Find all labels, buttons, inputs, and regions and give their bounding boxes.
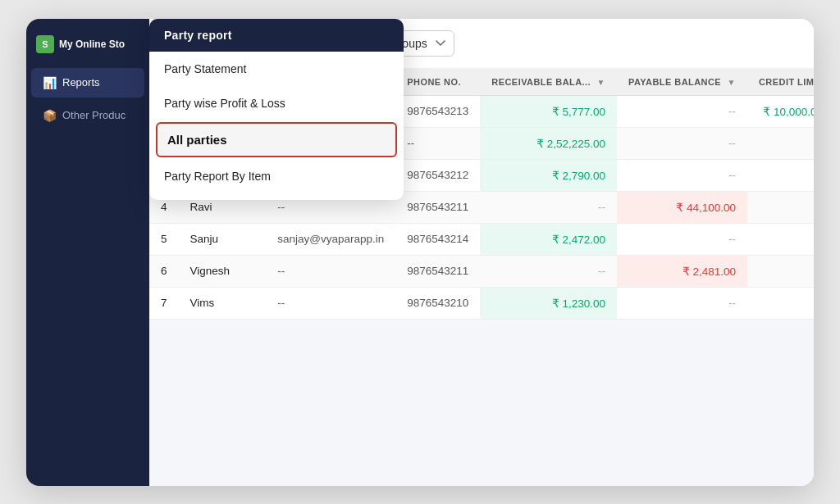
cell-receivable: -- (480, 191, 617, 223)
cell-name: Sanju (179, 223, 267, 255)
cell-email: -- (266, 255, 395, 287)
cell-credit: -- (747, 255, 814, 287)
dropdown-menu-party-statement[interactable]: Party Statement (149, 52, 404, 86)
cell-payable: -- (617, 223, 747, 255)
cell-receivable: -- (480, 255, 617, 287)
cell-credit: -- (747, 159, 814, 191)
cell-receivable: ₹ 2,790.00 (480, 159, 617, 191)
cell-credit: -- (747, 223, 814, 255)
sidebar-item-reports-label: Reports (62, 76, 100, 89)
cell-receivable: ₹ 5,777.00 (480, 95, 617, 127)
receivable-filter-icon: ▼ (597, 78, 605, 87)
cell-credit: -- (747, 287, 814, 319)
main-content: Date Filter All parties Arjun Cash Sale … (149, 19, 814, 486)
cell-phone: 9876543213 (395, 95, 480, 127)
cell-num: 5 (149, 223, 179, 255)
cell-credit: -- (747, 127, 814, 159)
sidebar-logo-text: My Online Sto (59, 39, 125, 50)
table-row[interactable]: 5 Sanju sanjay@vyaparapp.in 9876543214 ₹… (149, 223, 814, 255)
table-row[interactable]: 6 Vignesh -- 9876543211 -- ₹ 2,481.00 -- (149, 255, 814, 287)
dropdown-menu-all-parties[interactable]: All parties (156, 122, 397, 157)
app-window: S My Online Sto 📊 Reports 📦 Other Produc… (26, 19, 814, 486)
col-phone: PHONE NO. (395, 69, 480, 96)
cell-payable: ₹ 44,100.00 (617, 191, 747, 223)
cell-payable: ₹ 2,481.00 (617, 255, 747, 287)
sidebar: S My Online Sto 📊 Reports 📦 Other Produc (26, 19, 149, 486)
col-receivable[interactable]: RECEIVABLE BALA... ▼ (480, 69, 617, 96)
dropdown-menu-party-by-item[interactable]: Party Report By Item (149, 159, 404, 193)
dropdown-menu-header: Party report (149, 19, 404, 52)
cell-receivable: ₹ 1,230.00 (480, 287, 617, 319)
payable-filter-icon: ▼ (728, 78, 736, 87)
cell-phone: 9876543212 (395, 159, 480, 191)
sidebar-item-reports[interactable]: 📊 Reports (31, 68, 144, 98)
cell-phone: 9876543210 (395, 287, 480, 319)
cell-phone: -- (395, 127, 480, 159)
col-payable[interactable]: PAYABLE BALANCE ▼ (617, 69, 747, 96)
sidebar-item-other[interactable]: 📦 Other Produc (31, 101, 144, 130)
cell-name: Vims (179, 287, 267, 319)
other-icon: 📦 (43, 109, 56, 122)
cell-receivable: ₹ 2,472.00 (480, 223, 617, 255)
cell-email: -- (266, 287, 395, 319)
cell-credit: ₹ 10,000.00 (747, 95, 814, 127)
dropdown-menu-overlay: Party report Party Statement Party wise … (149, 19, 404, 200)
table-row[interactable]: 7 Vims -- 9876543210 ₹ 1,230.00 -- -- (149, 287, 814, 319)
cell-payable: -- (617, 127, 747, 159)
logo-icon: S (36, 35, 54, 53)
cell-credit: -- (747, 191, 814, 223)
sidebar-logo: S My Online Sto (26, 27, 149, 66)
cell-phone: 9876543211 (395, 191, 480, 223)
reports-icon: 📊 (43, 76, 56, 89)
cell-phone: 9876543211 (395, 255, 480, 287)
cell-phone: 9876543214 (395, 223, 480, 255)
cell-payable: -- (617, 287, 747, 319)
col-credit: CREDIT LIMIT (747, 69, 814, 96)
cell-payable: -- (617, 95, 747, 127)
cell-email: sanjay@vyaparapp.in (266, 223, 395, 255)
dropdown-menu-party-profit-loss[interactable]: Party wise Profit & Loss (149, 86, 404, 120)
sidebar-item-other-label: Other Produc (62, 109, 126, 121)
cell-payable: -- (617, 159, 747, 191)
cell-num: 6 (149, 255, 179, 287)
cell-num: 7 (149, 287, 179, 319)
cell-name: Vignesh (179, 255, 267, 287)
cell-receivable: ₹ 2,52,225.00 (480, 127, 617, 159)
